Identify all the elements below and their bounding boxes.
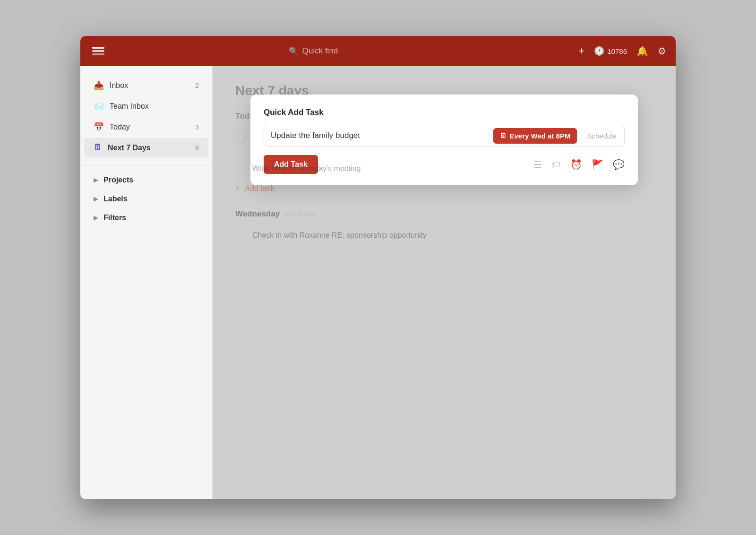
filters-chevron-icon: ▶ [94,215,98,221]
topbar-right: + 🕐 10786 🔔 ⚙ [578,45,666,57]
team-inbox-icon: 📨 [94,101,104,112]
today-badge: 3 [195,123,199,131]
today-label: Today [110,123,189,131]
flag-icon[interactable]: 🚩 [592,159,603,170]
filters-label: Filters [103,214,126,222]
label-icon[interactable]: 🏷 [551,159,561,170]
modal-toolbar: ☰ 🏷 ⏰ 🚩 💬 [533,159,625,170]
inbox-label: Inbox [110,81,189,90]
inbox-badge: 2 [195,82,199,89]
schedule-button[interactable]: Schedule [579,126,624,146]
inbox-icon: 📥 [94,80,104,91]
list-icon[interactable]: ☰ [533,159,542,170]
search-bar[interactable]: 🔍 [107,46,578,56]
sidebar-item-filters[interactable]: ▶ Filters [84,209,208,227]
sidebar: 📥 Inbox 2 📨 Team Inbox 📅 Today 3 🗓 Next … [80,66,213,499]
schedule-badge-icon: 🗓 [500,132,507,139]
sidebar-item-inbox[interactable]: 📥 Inbox 2 [84,76,208,95]
modal-title: Quick Add Task [264,108,625,117]
sidebar-item-projects[interactable]: ▶ Projects [84,171,208,189]
karma-icon: 🕐 [594,46,604,56]
labels-label: Labels [103,195,128,203]
main-content: Next 7 days Today Wed 27 May Review pend… [213,66,676,499]
reminder-icon[interactable]: ⏰ [570,159,582,170]
karma-display[interactable]: 🕐 10786 [594,46,627,56]
projects-label: Projects [103,176,133,184]
search-input[interactable] [302,46,397,56]
svg-rect-1 [92,50,104,52]
topbar: 🔍 + 🕐 10786 🔔 ⚙ [80,36,676,66]
svg-rect-2 [92,53,104,55]
next7days-label: Next 7 Days [108,144,189,152]
search-icon: 🔍 [289,46,299,56]
modal-overlay: Quick Add Task 🗓 Every Wed at 8PM Schedu… [213,66,676,499]
today-icon: 📅 [94,122,104,132]
schedule-badge[interactable]: 🗓 Every Wed at 8PM [493,128,577,144]
sidebar-item-labels[interactable]: ▶ Labels [84,190,208,208]
schedule-badge-text: Every Wed at 8PM [509,132,570,140]
quick-add-task-modal: Quick Add Task 🗓 Every Wed at 8PM Schedu… [250,95,638,185]
notifications-button[interactable]: 🔔 [636,45,648,57]
svg-rect-0 [92,47,104,49]
team-inbox-label: Team Inbox [110,102,199,111]
next7days-badge: 8 [195,144,199,152]
modal-input-row: 🗓 Every Wed at 8PM Schedule [264,125,625,147]
projects-chevron-icon: ▶ [94,177,98,183]
add-button[interactable]: + [578,45,584,57]
comment-icon[interactable]: 💬 [613,159,625,170]
modal-actions: Add Task ☰ 🏷 ⏰ 🚩 💬 [264,155,625,174]
app-logo[interactable] [90,43,107,60]
task-name-input[interactable] [264,125,491,146]
next7days-icon: 🗓 [94,143,102,153]
sidebar-item-next7days[interactable]: 🗓 Next 7 Days 8 [84,138,208,157]
karma-score: 10786 [607,47,627,55]
labels-chevron-icon: ▶ [94,196,98,202]
sidebar-item-team-inbox[interactable]: 📨 Team Inbox [84,96,208,116]
settings-button[interactable]: ⚙ [658,45,666,57]
sidebar-item-today[interactable]: 📅 Today 3 [84,117,208,137]
add-task-button[interactable]: Add Task [264,155,318,174]
